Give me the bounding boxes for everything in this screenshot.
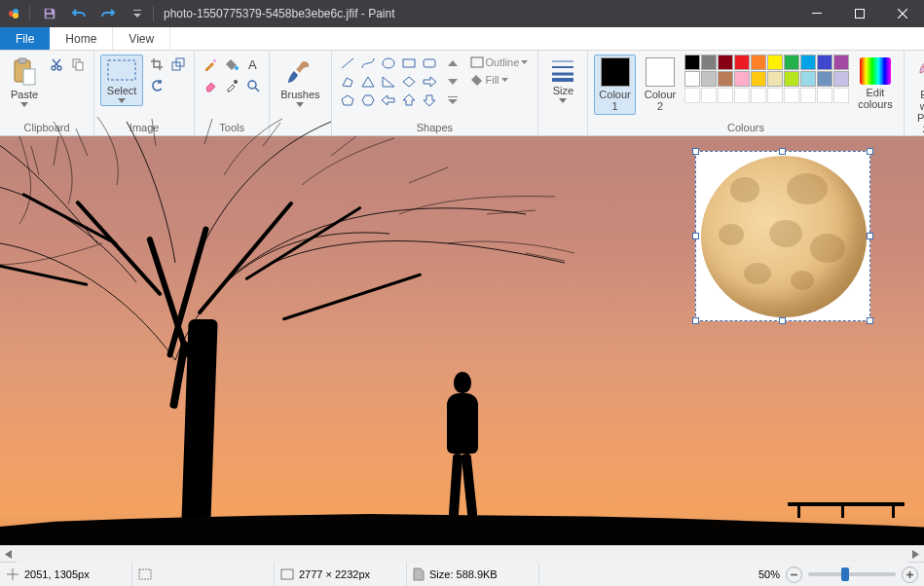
brushes-button[interactable]: Brushes (276, 55, 324, 110)
zoom-in-button[interactable] (902, 567, 918, 583)
status-file-size: Size: 588.9KB (413, 563, 539, 586)
undo-icon[interactable] (67, 3, 91, 24)
pasted-selection[interactable] (695, 151, 870, 321)
colour1-button[interactable]: Colour 1 (594, 55, 635, 115)
fill-tool-icon[interactable] (222, 55, 241, 74)
colour-swatch[interactable] (734, 55, 750, 70)
colour-swatch[interactable] (718, 88, 733, 103)
menubar: File Home View (0, 27, 924, 51)
maximize-button[interactable] (838, 0, 881, 27)
canvas[interactable] (0, 136, 924, 545)
colour-swatch[interactable] (684, 88, 700, 103)
svg-rect-14 (76, 62, 83, 70)
pencil-tool-icon[interactable] (201, 55, 220, 74)
colour-swatch[interactable] (817, 71, 832, 87)
paste-button[interactable]: Paste (6, 55, 43, 110)
colour-swatch[interactable] (701, 71, 717, 87)
picker-tool-icon[interactable] (222, 76, 241, 95)
colour-swatch[interactable] (751, 55, 766, 70)
colour-swatch[interactable] (800, 71, 816, 87)
shape-outline-button[interactable]: Outline (466, 55, 533, 70)
shape-diamond-icon (399, 73, 419, 91)
colour-swatch[interactable] (751, 71, 766, 87)
svg-point-11 (52, 66, 55, 70)
crop-icon[interactable] (147, 55, 166, 74)
svg-rect-36 (281, 569, 293, 579)
zoom-slider[interactable] (808, 572, 896, 576)
svg-rect-15 (108, 60, 135, 80)
colour-swatch[interactable] (784, 55, 799, 70)
svg-point-20 (234, 80, 238, 84)
colour-swatch[interactable] (701, 88, 717, 103)
edit-colours-button[interactable]: Edit colours (853, 55, 897, 113)
app-icon (4, 3, 25, 24)
titlebar: photo-1550775379-5458be3ebe6c.jfif - Pai… (0, 0, 924, 27)
status-cursor-pos: 2051, 1305px (6, 563, 132, 586)
shapes-gallery[interactable] (338, 55, 439, 109)
canvas-tree (0, 117, 584, 409)
svg-rect-25 (448, 96, 458, 97)
shapes-more[interactable] (443, 91, 462, 109)
resize-icon[interactable] (168, 55, 188, 74)
colour-swatch[interactable] (684, 55, 700, 70)
svg-text:A: A (248, 57, 257, 71)
colour-swatch[interactable] (800, 55, 816, 70)
shape-arrowright-icon (420, 73, 439, 91)
colour-swatch[interactable] (800, 88, 816, 103)
rotate-icon[interactable] (147, 76, 166, 95)
colour-swatch[interactable] (701, 55, 717, 70)
shape-polygon-icon (338, 73, 357, 91)
cut-icon[interactable] (47, 55, 66, 74)
paint3d-button[interactable]: Edit with Paint 3D (910, 55, 924, 138)
colour-swatch[interactable] (734, 88, 750, 103)
close-button[interactable] (881, 0, 924, 27)
size-button[interactable]: Size (544, 55, 581, 106)
canvas-person (433, 372, 492, 518)
colour-swatch[interactable] (767, 55, 783, 70)
minimize-button[interactable] (795, 0, 838, 27)
magnifier-tool-icon[interactable] (243, 76, 263, 95)
colour-swatch[interactable] (784, 88, 799, 103)
save-icon[interactable] (38, 3, 61, 24)
svg-point-12 (57, 66, 61, 70)
shapes-scroll-up[interactable] (443, 55, 462, 73)
scroll-right-icon[interactable] (907, 546, 924, 563)
colour-swatch[interactable] (767, 71, 783, 87)
copy-icon[interactable] (68, 55, 88, 74)
colour-swatch[interactable] (817, 88, 832, 103)
colour-swatch[interactable] (734, 71, 750, 87)
shape-curve-icon (358, 55, 378, 72)
colour-swatch[interactable] (784, 71, 799, 87)
colour-swatch[interactable] (718, 71, 733, 87)
svg-point-22 (383, 58, 394, 68)
svg-rect-5 (133, 10, 141, 11)
text-tool-icon[interactable]: A (243, 55, 263, 74)
colour-swatch[interactable] (833, 88, 849, 103)
colour-swatch[interactable] (718, 55, 733, 70)
colour-swatch[interactable] (817, 55, 832, 70)
shapes-scroll-down[interactable] (443, 73, 462, 92)
scroll-left-icon[interactable] (0, 546, 17, 563)
colour2-button[interactable]: Colour 2 (640, 55, 681, 115)
shape-arrowdown-icon (420, 92, 439, 109)
eraser-tool-icon[interactable] (201, 76, 220, 95)
quickaccess-dropdown-icon[interactable] (126, 3, 149, 24)
group-colours: Colour 1 Colour 2 Edit colours Colours (588, 51, 904, 135)
colour-swatch[interactable] (833, 71, 849, 87)
colour-swatch[interactable] (751, 88, 766, 103)
shape-line-icon (338, 55, 357, 72)
horizontal-scrollbar[interactable] (0, 545, 924, 562)
tab-file[interactable]: File (0, 27, 50, 50)
tab-view[interactable]: View (113, 27, 170, 50)
shape-fill-button[interactable]: Fill (466, 72, 533, 88)
colour-swatch[interactable] (767, 88, 783, 103)
redo-icon[interactable] (96, 3, 120, 24)
colour-swatch[interactable] (684, 71, 700, 87)
tab-home[interactable]: Home (50, 27, 113, 50)
colour-swatch[interactable] (833, 55, 849, 70)
group-label-colours: Colours (727, 122, 764, 133)
svg-rect-4 (47, 15, 54, 18)
select-button[interactable]: Select (100, 55, 143, 106)
status-selection-size (138, 563, 275, 586)
zoom-out-button[interactable] (786, 567, 802, 583)
